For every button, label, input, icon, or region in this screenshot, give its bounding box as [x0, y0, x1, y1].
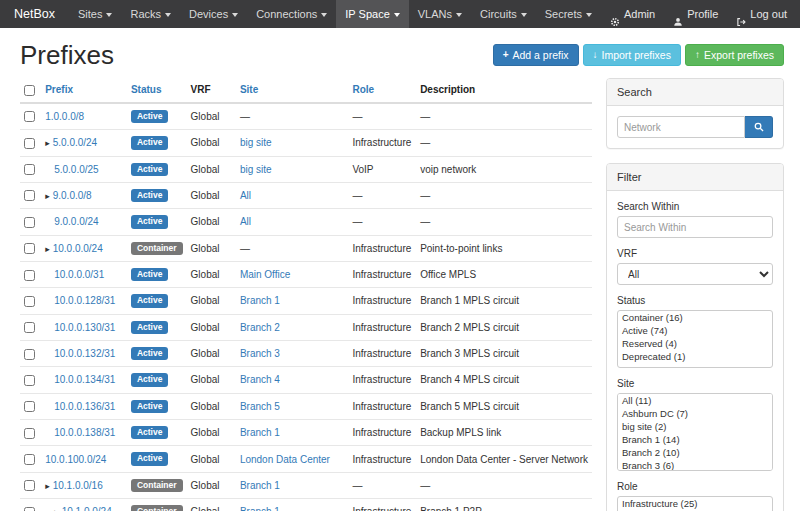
prefix-link[interactable]: 5.0.0.0/24: [53, 137, 97, 148]
vrf-value: Global: [191, 269, 220, 280]
tree-indent: ▸10.0.0.0/24: [45, 243, 103, 254]
search-within-input[interactable]: [617, 216, 773, 238]
profile-link[interactable]: Profile: [664, 0, 727, 28]
table-row: ▸5.0.0.0/24 Active Global big site Infra…: [20, 130, 592, 156]
description-value: voip network: [420, 164, 476, 175]
prefix-link[interactable]: 10.1.0.0/24: [62, 506, 112, 511]
prefix-link[interactable]: 10.0.0.0/24: [53, 243, 103, 254]
prefix-link[interactable]: 10.0.0.134/31: [54, 374, 115, 385]
row-checkbox[interactable]: [24, 190, 35, 201]
row-checkbox[interactable]: [24, 296, 35, 307]
site-link[interactable]: Branch 5: [240, 401, 280, 412]
prefix-link[interactable]: 10.0.0.132/31: [54, 348, 115, 359]
tree-indent: ▸5.0.0.0/24: [45, 137, 97, 148]
site-link[interactable]: Branch 2: [240, 322, 280, 333]
prefix-link[interactable]: 10.0.100.0/24: [45, 454, 106, 465]
prefix-link[interactable]: 10.0.0.138/31: [54, 427, 115, 438]
prefix-link[interactable]: 10.0.0.130/31: [54, 322, 115, 333]
status-badge: Active: [131, 189, 169, 202]
row-checkbox[interactable]: [24, 349, 35, 360]
vrf-filter-label: VRF: [617, 248, 773, 259]
site-link[interactable]: —: [240, 243, 250, 254]
logout-icon: [736, 9, 746, 19]
site-link[interactable]: Branch 1: [240, 427, 280, 438]
site-link[interactable]: All: [240, 190, 251, 201]
row-checkbox[interactable]: [24, 375, 35, 386]
prefix-link[interactable]: 10.0.0.128/31: [54, 295, 115, 306]
brand-logo[interactable]: NetBox: [0, 0, 69, 28]
prefix-link[interactable]: 10.0.0.136/31: [54, 401, 115, 412]
prefix-link[interactable]: 9.0.0.0/24: [54, 216, 98, 227]
vrf-value: Global: [191, 137, 220, 148]
site-link[interactable]: big site: [240, 164, 272, 175]
site-link[interactable]: big site: [240, 137, 272, 148]
row-checkbox[interactable]: [24, 507, 35, 511]
row-checkbox[interactable]: [24, 164, 35, 175]
description-value: —: [420, 190, 430, 201]
sort-site[interactable]: Site: [240, 84, 258, 95]
navbar-dropdown-item[interactable]: IP Space: [336, 0, 408, 28]
row-checkbox[interactable]: [24, 454, 35, 465]
select-all-checkbox[interactable]: [24, 85, 35, 96]
prefix-link[interactable]: 10.1.0.0/16: [53, 480, 103, 491]
navbar-dropdown-item[interactable]: Devices: [180, 0, 247, 28]
navbar-dropdown-item[interactable]: Racks: [121, 0, 180, 28]
site-link[interactable]: Branch 3: [240, 348, 280, 359]
admin-link[interactable]: Admin: [601, 0, 664, 28]
site-link[interactable]: Branch 1: [240, 506, 280, 511]
site-link[interactable]: All: [240, 216, 251, 227]
row-checkbox[interactable]: [24, 322, 35, 333]
row-checkbox[interactable]: [24, 401, 35, 412]
site-link[interactable]: Main Office: [240, 269, 290, 280]
add-prefix-button[interactable]: + Add a prefix: [493, 44, 579, 67]
vrf-value: Global: [191, 322, 220, 333]
site-filter-list[interactable]: All (11)Ashburn DC (7)big site (2)Branch…: [617, 393, 773, 471]
sort-role[interactable]: Role: [352, 84, 374, 95]
table-row: ▸10.0.0.138/31 Active Global Branch 1 In…: [20, 419, 592, 445]
prefix-link[interactable]: 9.0.0.0/8: [53, 190, 92, 201]
navbar-dropdown-item[interactable]: Circuits: [471, 0, 536, 28]
tree-indent: ▸10.0.0.136/31: [45, 401, 115, 412]
vrf-value: Global: [191, 216, 220, 227]
export-prefixes-button[interactable]: ↑ Export prefixes: [685, 44, 784, 67]
vrf-value: Global: [191, 506, 220, 511]
navbar-dropdown-item[interactable]: Connections: [247, 0, 336, 28]
user-icon: [673, 9, 683, 19]
row-checkbox[interactable]: [24, 217, 35, 228]
site-link[interactable]: London Data Center: [240, 454, 330, 465]
row-checkbox[interactable]: [24, 480, 35, 491]
prefix-link[interactable]: 10.0.0.0/31: [54, 269, 104, 280]
prefix-link[interactable]: 1.0.0.0/8: [45, 111, 84, 122]
vrf-value: Global: [191, 164, 220, 175]
site-link[interactable]: —: [240, 111, 250, 122]
navbar-dropdown-item[interactable]: VLANs: [409, 0, 471, 28]
vrf-value: Global: [191, 401, 220, 412]
status-badge: Container: [131, 505, 183, 511]
row-checkbox[interactable]: [24, 111, 35, 122]
search-input[interactable]: [617, 116, 745, 138]
site-link[interactable]: Branch 1: [240, 480, 280, 491]
row-checkbox[interactable]: [24, 243, 35, 254]
vrf-value: Global: [191, 427, 220, 438]
sort-prefix[interactable]: Prefix: [45, 84, 73, 95]
prefix-link[interactable]: 5.0.0.0/25: [54, 164, 98, 175]
row-checkbox[interactable]: [24, 270, 35, 281]
vrf-filter-select[interactable]: All: [617, 263, 773, 285]
sort-status[interactable]: Status: [131, 84, 162, 95]
row-checkbox[interactable]: [24, 428, 35, 439]
site-link[interactable]: Branch 4: [240, 374, 280, 385]
navbar-dropdown-item[interactable]: Sites: [69, 0, 121, 28]
role-filter-list[interactable]: Infrastructure (25)Management (8)Private…: [617, 496, 773, 511]
sidebar: Search Filter Search Within: [606, 78, 784, 511]
site-link[interactable]: Branch 1: [240, 295, 280, 306]
search-button[interactable]: [745, 116, 773, 138]
description-value: Office MPLS: [420, 269, 476, 280]
logout-link[interactable]: Log out: [727, 0, 796, 28]
navbar-dropdown-item[interactable]: Secrets: [536, 0, 601, 28]
import-prefixes-button[interactable]: ↓ Import prefixes: [583, 44, 681, 67]
description-value: Point-to-point links: [420, 243, 502, 254]
row-checkbox[interactable]: [24, 138, 35, 149]
role-value: Infrastructure: [352, 295, 411, 306]
status-filter-list[interactable]: Container (16)Active (74)Reserved (4)Dep…: [617, 310, 773, 368]
status-badge: Active: [131, 400, 169, 413]
